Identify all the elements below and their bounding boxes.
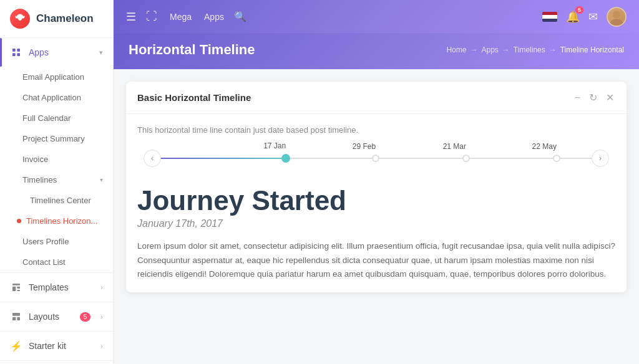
timeline-points: 17 Jan 29 Feb 21 Mar xyxy=(161,146,592,171)
timeline-label-2: 29 Feb xyxy=(353,142,376,151)
card-body: This horizontal time line contain just d… xyxy=(126,114,627,292)
journey-body: Lorem ipsum dolor sit amet, consectetur … xyxy=(137,239,615,281)
user-avatar[interactable] xyxy=(607,7,627,27)
fullscreen-icon[interactable]: ⛶ xyxy=(146,10,157,23)
timeline-dot-3 xyxy=(462,155,470,162)
timeline-next[interactable]: › xyxy=(592,150,609,167)
sidebar-item-calendar[interactable]: Full Calendar xyxy=(0,108,113,128)
breadcrumb-timelines[interactable]: Timelines xyxy=(514,46,545,54)
timeline-point-2[interactable]: 29 Feb xyxy=(372,155,379,162)
timelines-arrow: ▾ xyxy=(100,176,103,183)
sidebar-item-ui[interactable]: User Interface › xyxy=(0,361,113,364)
svg-point-13 xyxy=(613,11,620,18)
sidebar-item-project[interactable]: Project Summary xyxy=(0,128,113,149)
logo-icon xyxy=(10,9,30,29)
sidebar-item-invoice[interactable]: Invoice xyxy=(0,149,113,170)
main-area: ☰ ⛶ Mega Apps 🔍 🔔 5 ✉ Horizontal Timelin… xyxy=(114,0,639,364)
sidebar-item-starter[interactable]: ⚡ Starter kit › xyxy=(0,332,113,360)
sidebar-navigation: Apps ▾ Email Application Chat Applicatio… xyxy=(0,38,113,364)
sidebar-item-timelines-center[interactable]: Timelines Center xyxy=(0,190,113,211)
sidebar-section-starter: ⚡ Starter kit › xyxy=(0,332,113,361)
sidebar: Chameleon Apps ▾ Email Application Chat … xyxy=(0,0,114,364)
active-dot xyxy=(17,219,21,223)
timeline-container: ‹ 17 Jan 29 Feb xyxy=(137,146,615,171)
layouts-badge: 5 xyxy=(80,312,91,322)
notification-badge: 5 xyxy=(575,6,583,14)
timeline-point-1[interactable]: 17 Jan xyxy=(281,154,290,163)
sidebar-item-contact-list[interactable]: Contact List xyxy=(0,252,113,272)
refresh-button[interactable]: ↻ xyxy=(588,90,598,105)
notifications-button[interactable]: 🔔 5 xyxy=(566,10,580,24)
breadcrumb-current: Timeline Horizontal xyxy=(560,46,624,54)
sidebar-item-timelines-horizon[interactable]: Timelines Horizon... xyxy=(0,211,113,231)
svg-rect-9 xyxy=(12,317,16,320)
journey-content: Journey Started January 17th, 2017 Lorem… xyxy=(137,186,615,281)
sidebar-section-layouts: Layouts 5 › xyxy=(0,302,113,332)
card-description: This horizontal time line contain just d… xyxy=(137,125,615,135)
sidebar-section-templates: Templates › xyxy=(0,273,113,302)
minimize-button[interactable]: − xyxy=(573,91,582,105)
starter-arrow: › xyxy=(100,342,103,350)
close-button[interactable]: ✕ xyxy=(605,90,615,105)
timeline-dot-2 xyxy=(372,155,379,162)
apps-label: Apps xyxy=(29,47,49,57)
card-title: Basic Horizontal Timeline xyxy=(137,92,251,103)
page-title: Horizontal Timeline xyxy=(129,42,255,58)
sidebar-section-apps: Apps ▾ Email Application Chat Applicatio… xyxy=(0,38,113,273)
timeline-label-4: 22 May xyxy=(532,142,557,151)
timeline-label-1: 17 Jan xyxy=(263,141,286,150)
layouts-icon xyxy=(10,310,22,323)
svg-rect-10 xyxy=(17,317,20,320)
search-icon[interactable]: 🔍 xyxy=(234,11,246,22)
timeline-track: 17 Jan 29 Feb 21 Mar xyxy=(161,146,592,171)
sidebar-item-email[interactable]: Email Application xyxy=(0,67,113,87)
journey-title: Journey Started xyxy=(137,186,615,216)
svg-rect-1 xyxy=(17,49,20,52)
timeline-point-3[interactable]: 21 Mar xyxy=(462,155,470,162)
apps-arrow: ▾ xyxy=(99,49,103,57)
svg-rect-8 xyxy=(12,313,20,316)
sidebar-item-users-profile[interactable]: Users Profile xyxy=(0,231,113,252)
timeline-dot-1 xyxy=(281,154,290,163)
svg-rect-7 xyxy=(17,290,20,291)
hamburger-icon[interactable]: ☰ xyxy=(126,10,136,24)
breadcrumb-home[interactable]: Home xyxy=(446,46,466,54)
card-actions: − ↻ ✕ xyxy=(573,90,615,105)
sidebar-item-timelines[interactable]: Timelines ▾ xyxy=(0,170,113,190)
sidebar-logo[interactable]: Chameleon xyxy=(0,0,113,38)
main-content: Basic Horizontal Timeline − ↻ ✕ This hor… xyxy=(114,69,639,364)
language-flag[interactable] xyxy=(542,12,557,22)
mail-icon[interactable]: ✉ xyxy=(588,10,598,24)
breadcrumb-apps[interactable]: Apps xyxy=(481,46,498,54)
sidebar-item-chat[interactable]: Chat Application xyxy=(0,87,113,108)
starter-icon: ⚡ xyxy=(10,340,22,352)
templates-icon xyxy=(10,281,22,294)
timeline-prev[interactable]: ‹ xyxy=(144,150,161,167)
svg-point-14 xyxy=(610,19,623,27)
svg-rect-0 xyxy=(12,49,16,52)
apps-icon xyxy=(10,46,22,59)
layouts-arrow: › xyxy=(100,313,103,320)
journey-date: January 17th, 2017 xyxy=(137,218,615,229)
svg-rect-6 xyxy=(17,287,20,289)
breadcrumb: Home → Apps → Timelines → Timeline Horiz… xyxy=(446,46,624,54)
svg-rect-3 xyxy=(17,53,20,56)
timeline-point-4[interactable]: 22 May xyxy=(553,155,560,162)
topbar-navigation: Mega Apps xyxy=(170,12,224,22)
card-header: Basic Horizontal Timeline − ↻ ✕ xyxy=(126,82,627,114)
svg-rect-4 xyxy=(12,284,20,285)
app-name: Chameleon xyxy=(36,12,94,25)
sidebar-item-templates[interactable]: Templates › xyxy=(0,273,113,302)
topbar-apps[interactable]: Apps xyxy=(204,12,224,22)
sidebar-item-layouts[interactable]: Layouts 5 › xyxy=(0,302,113,331)
sidebar-item-apps[interactable]: Apps ▾ xyxy=(0,38,113,67)
svg-rect-5 xyxy=(12,287,16,291)
timeline-dot-4 xyxy=(553,155,560,162)
topbar-mega[interactable]: Mega xyxy=(170,12,192,22)
topbar-right: 🔔 5 ✉ xyxy=(542,7,627,27)
templates-arrow: › xyxy=(100,284,103,291)
svg-rect-2 xyxy=(12,53,16,56)
sidebar-section-ui: User Interface › xyxy=(0,361,113,364)
timeline-card: Basic Horizontal Timeline − ↻ ✕ This hor… xyxy=(126,82,627,292)
topbar: ☰ ⛶ Mega Apps 🔍 🔔 5 ✉ xyxy=(114,0,639,33)
